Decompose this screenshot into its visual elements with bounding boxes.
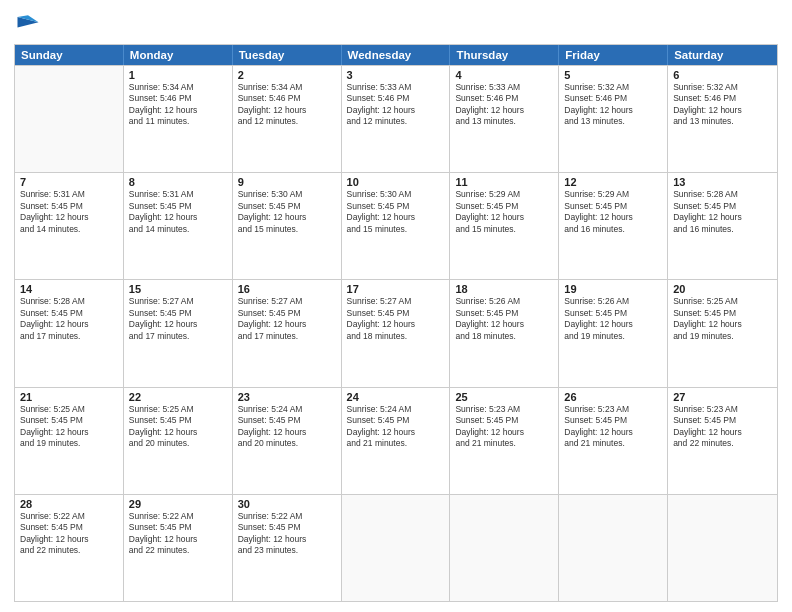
cell-sun-info: Sunrise: 5:23 AM Sunset: 5:45 PM Dayligh… [564, 404, 662, 450]
cell-day-number: 11 [455, 176, 553, 188]
calendar-cell: 30Sunrise: 5:22 AM Sunset: 5:45 PM Dayli… [233, 495, 342, 601]
cell-day-number: 14 [20, 283, 118, 295]
cell-sun-info: Sunrise: 5:28 AM Sunset: 5:45 PM Dayligh… [20, 296, 118, 342]
calendar-header-cell: Tuesday [233, 45, 342, 65]
cell-day-number: 20 [673, 283, 772, 295]
cell-sun-info: Sunrise: 5:34 AM Sunset: 5:46 PM Dayligh… [129, 82, 227, 128]
calendar-cell [15, 66, 124, 172]
calendar-header-cell: Monday [124, 45, 233, 65]
cell-day-number: 1 [129, 69, 227, 81]
cell-day-number: 7 [20, 176, 118, 188]
calendar-cell: 20Sunrise: 5:25 AM Sunset: 5:45 PM Dayli… [668, 280, 777, 386]
cell-sun-info: Sunrise: 5:31 AM Sunset: 5:45 PM Dayligh… [20, 189, 118, 235]
cell-sun-info: Sunrise: 5:27 AM Sunset: 5:45 PM Dayligh… [129, 296, 227, 342]
cell-day-number: 10 [347, 176, 445, 188]
cell-sun-info: Sunrise: 5:34 AM Sunset: 5:46 PM Dayligh… [238, 82, 336, 128]
cell-day-number: 13 [673, 176, 772, 188]
cell-sun-info: Sunrise: 5:31 AM Sunset: 5:45 PM Dayligh… [129, 189, 227, 235]
logo [14, 10, 46, 38]
calendar-week-row: 7Sunrise: 5:31 AM Sunset: 5:45 PM Daylig… [15, 172, 777, 279]
calendar-header-cell: Sunday [15, 45, 124, 65]
calendar-cell: 19Sunrise: 5:26 AM Sunset: 5:45 PM Dayli… [559, 280, 668, 386]
calendar-cell: 16Sunrise: 5:27 AM Sunset: 5:45 PM Dayli… [233, 280, 342, 386]
cell-sun-info: Sunrise: 5:32 AM Sunset: 5:46 PM Dayligh… [564, 82, 662, 128]
calendar-week-row: 28Sunrise: 5:22 AM Sunset: 5:45 PM Dayli… [15, 494, 777, 601]
calendar-cell: 28Sunrise: 5:22 AM Sunset: 5:45 PM Dayli… [15, 495, 124, 601]
cell-sun-info: Sunrise: 5:27 AM Sunset: 5:45 PM Dayligh… [238, 296, 336, 342]
calendar-cell: 13Sunrise: 5:28 AM Sunset: 5:45 PM Dayli… [668, 173, 777, 279]
cell-day-number: 3 [347, 69, 445, 81]
cell-sun-info: Sunrise: 5:33 AM Sunset: 5:46 PM Dayligh… [455, 82, 553, 128]
cell-sun-info: Sunrise: 5:29 AM Sunset: 5:45 PM Dayligh… [564, 189, 662, 235]
calendar-cell: 7Sunrise: 5:31 AM Sunset: 5:45 PM Daylig… [15, 173, 124, 279]
cell-sun-info: Sunrise: 5:26 AM Sunset: 5:45 PM Dayligh… [564, 296, 662, 342]
calendar-cell: 10Sunrise: 5:30 AM Sunset: 5:45 PM Dayli… [342, 173, 451, 279]
cell-day-number: 5 [564, 69, 662, 81]
calendar-cell [342, 495, 451, 601]
cell-day-number: 17 [347, 283, 445, 295]
calendar-header: SundayMondayTuesdayWednesdayThursdayFrid… [15, 45, 777, 65]
calendar-cell: 29Sunrise: 5:22 AM Sunset: 5:45 PM Dayli… [124, 495, 233, 601]
cell-sun-info: Sunrise: 5:22 AM Sunset: 5:45 PM Dayligh… [238, 511, 336, 557]
calendar-cell: 1Sunrise: 5:34 AM Sunset: 5:46 PM Daylig… [124, 66, 233, 172]
cell-day-number: 23 [238, 391, 336, 403]
cell-sun-info: Sunrise: 5:22 AM Sunset: 5:45 PM Dayligh… [20, 511, 118, 557]
cell-day-number: 25 [455, 391, 553, 403]
calendar-header-cell: Thursday [450, 45, 559, 65]
cell-sun-info: Sunrise: 5:27 AM Sunset: 5:45 PM Dayligh… [347, 296, 445, 342]
cell-sun-info: Sunrise: 5:32 AM Sunset: 5:46 PM Dayligh… [673, 82, 772, 128]
cell-sun-info: Sunrise: 5:33 AM Sunset: 5:46 PM Dayligh… [347, 82, 445, 128]
calendar-cell: 3Sunrise: 5:33 AM Sunset: 5:46 PM Daylig… [342, 66, 451, 172]
calendar-cell: 12Sunrise: 5:29 AM Sunset: 5:45 PM Dayli… [559, 173, 668, 279]
cell-sun-info: Sunrise: 5:30 AM Sunset: 5:45 PM Dayligh… [347, 189, 445, 235]
cell-day-number: 29 [129, 498, 227, 510]
calendar-cell: 2Sunrise: 5:34 AM Sunset: 5:46 PM Daylig… [233, 66, 342, 172]
calendar-cell: 15Sunrise: 5:27 AM Sunset: 5:45 PM Dayli… [124, 280, 233, 386]
calendar-header-cell: Friday [559, 45, 668, 65]
calendar-cell [668, 495, 777, 601]
cell-day-number: 16 [238, 283, 336, 295]
calendar-cell: 21Sunrise: 5:25 AM Sunset: 5:45 PM Dayli… [15, 388, 124, 494]
cell-sun-info: Sunrise: 5:23 AM Sunset: 5:45 PM Dayligh… [455, 404, 553, 450]
cell-sun-info: Sunrise: 5:25 AM Sunset: 5:45 PM Dayligh… [20, 404, 118, 450]
cell-day-number: 21 [20, 391, 118, 403]
cell-sun-info: Sunrise: 5:25 AM Sunset: 5:45 PM Dayligh… [129, 404, 227, 450]
cell-sun-info: Sunrise: 5:28 AM Sunset: 5:45 PM Dayligh… [673, 189, 772, 235]
calendar: SundayMondayTuesdayWednesdayThursdayFrid… [14, 44, 778, 602]
calendar-cell: 24Sunrise: 5:24 AM Sunset: 5:45 PM Dayli… [342, 388, 451, 494]
cell-day-number: 24 [347, 391, 445, 403]
cell-day-number: 30 [238, 498, 336, 510]
cell-sun-info: Sunrise: 5:25 AM Sunset: 5:45 PM Dayligh… [673, 296, 772, 342]
cell-sun-info: Sunrise: 5:23 AM Sunset: 5:45 PM Dayligh… [673, 404, 772, 450]
cell-day-number: 27 [673, 391, 772, 403]
cell-day-number: 9 [238, 176, 336, 188]
calendar-cell: 17Sunrise: 5:27 AM Sunset: 5:45 PM Dayli… [342, 280, 451, 386]
cell-day-number: 6 [673, 69, 772, 81]
calendar-week-row: 1Sunrise: 5:34 AM Sunset: 5:46 PM Daylig… [15, 65, 777, 172]
cell-day-number: 22 [129, 391, 227, 403]
cell-sun-info: Sunrise: 5:29 AM Sunset: 5:45 PM Dayligh… [455, 189, 553, 235]
calendar-cell: 8Sunrise: 5:31 AM Sunset: 5:45 PM Daylig… [124, 173, 233, 279]
cell-day-number: 28 [20, 498, 118, 510]
cell-sun-info: Sunrise: 5:26 AM Sunset: 5:45 PM Dayligh… [455, 296, 553, 342]
calendar-cell: 5Sunrise: 5:32 AM Sunset: 5:46 PM Daylig… [559, 66, 668, 172]
calendar-cell: 11Sunrise: 5:29 AM Sunset: 5:45 PM Dayli… [450, 173, 559, 279]
calendar-cell: 26Sunrise: 5:23 AM Sunset: 5:45 PM Dayli… [559, 388, 668, 494]
calendar-cell: 4Sunrise: 5:33 AM Sunset: 5:46 PM Daylig… [450, 66, 559, 172]
calendar-cell: 25Sunrise: 5:23 AM Sunset: 5:45 PM Dayli… [450, 388, 559, 494]
cell-day-number: 12 [564, 176, 662, 188]
calendar-cell: 9Sunrise: 5:30 AM Sunset: 5:45 PM Daylig… [233, 173, 342, 279]
calendar-cell: 23Sunrise: 5:24 AM Sunset: 5:45 PM Dayli… [233, 388, 342, 494]
calendar-cell: 27Sunrise: 5:23 AM Sunset: 5:45 PM Dayli… [668, 388, 777, 494]
calendar-week-row: 14Sunrise: 5:28 AM Sunset: 5:45 PM Dayli… [15, 279, 777, 386]
cell-day-number: 19 [564, 283, 662, 295]
cell-sun-info: Sunrise: 5:22 AM Sunset: 5:45 PM Dayligh… [129, 511, 227, 557]
cell-day-number: 15 [129, 283, 227, 295]
cell-day-number: 4 [455, 69, 553, 81]
cell-day-number: 18 [455, 283, 553, 295]
calendar-cell: 22Sunrise: 5:25 AM Sunset: 5:45 PM Dayli… [124, 388, 233, 494]
calendar-header-cell: Wednesday [342, 45, 451, 65]
calendar-body: 1Sunrise: 5:34 AM Sunset: 5:46 PM Daylig… [15, 65, 777, 601]
calendar-cell: 14Sunrise: 5:28 AM Sunset: 5:45 PM Dayli… [15, 280, 124, 386]
calendar-cell [450, 495, 559, 601]
